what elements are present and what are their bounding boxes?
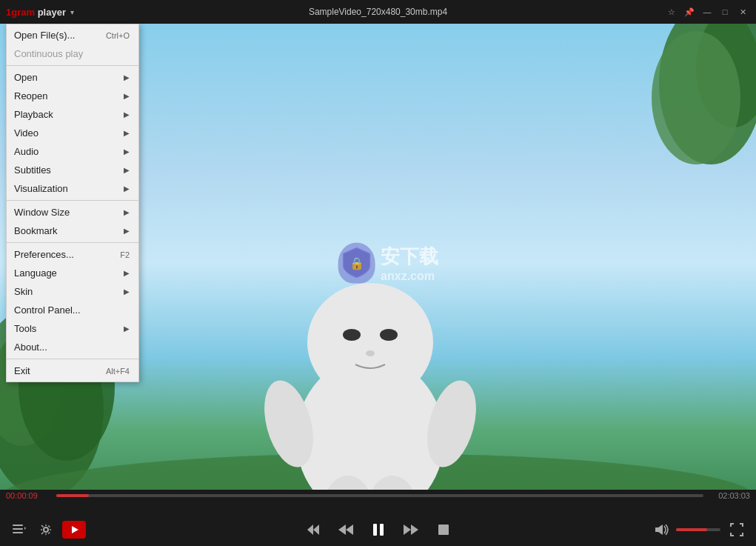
svg-point-9 bbox=[343, 329, 361, 341]
menu-item-control-panel[interactable]: Control Panel... bbox=[7, 301, 138, 319]
svg-marker-26 bbox=[346, 525, 353, 535]
minimize-btn[interactable]: — bbox=[700, 4, 715, 19]
menu-item-right-skin: ▶ bbox=[124, 287, 130, 296]
menu-item-window-size[interactable]: Window Size▶ bbox=[7, 203, 138, 222]
main-dropdown-menu: Open File(s)...Ctrl+OContinuous playOpen… bbox=[6, 24, 139, 382]
menu-item-label-preferences: Preferences... bbox=[14, 249, 74, 260]
menu-item-audio[interactable]: Audio▶ bbox=[7, 142, 138, 161]
menu-item-label-bookmark: Bookmark bbox=[14, 225, 58, 236]
logo-player: player bbox=[35, 7, 66, 18]
controls-bar bbox=[0, 513, 756, 546]
submenu-arrow-skin: ▶ bbox=[124, 287, 130, 296]
menu-item-label-visualization: Visualization bbox=[14, 183, 68, 194]
menu-item-open[interactable]: Open▶ bbox=[7, 68, 138, 87]
svg-rect-32 bbox=[438, 525, 449, 535]
pin-btn[interactable]: 📌 bbox=[682, 4, 697, 19]
submenu-arrow-language: ▶ bbox=[124, 269, 130, 277]
gear-icon bbox=[39, 523, 53, 536]
menu-item-right-subtitles: ▶ bbox=[124, 166, 130, 174]
svg-rect-18 bbox=[13, 528, 23, 530]
svg-marker-34 bbox=[658, 525, 663, 535]
menu-item-label-control-panel: Control Panel... bbox=[14, 304, 81, 316]
svg-marker-24 bbox=[307, 525, 313, 535]
menu-item-label-audio: Audio bbox=[14, 146, 39, 157]
menu-item-open-files[interactable]: Open File(s)...Ctrl+O bbox=[7, 26, 138, 44]
menu-item-about[interactable]: About... bbox=[7, 338, 138, 356]
time-current: 00:00:09 bbox=[6, 491, 50, 500]
menu-item-bookmark[interactable]: Bookmark▶ bbox=[7, 222, 138, 240]
svg-marker-30 bbox=[404, 525, 411, 535]
pause-btn[interactable] bbox=[368, 519, 389, 540]
close-btn[interactable]: ✕ bbox=[735, 4, 750, 19]
fullscreen-icon bbox=[730, 523, 743, 536]
submenu-arrow-video: ▶ bbox=[124, 129, 130, 137]
rewind-icon bbox=[338, 524, 353, 536]
menu-item-right-tools: ▶ bbox=[124, 324, 130, 333]
svg-rect-19 bbox=[13, 532, 23, 533]
app-logo[interactable]: 1gram player ▾ bbox=[6, 7, 74, 18]
stop-btn[interactable] bbox=[433, 519, 454, 540]
playlist-btn[interactable] bbox=[9, 519, 30, 540]
seekbar-track[interactable] bbox=[56, 494, 703, 497]
forward-btn[interactable] bbox=[401, 519, 421, 540]
menu-item-playback[interactable]: Playback▶ bbox=[7, 105, 138, 124]
menu-item-right-bookmark: ▶ bbox=[124, 227, 130, 235]
menu-dropdown-arrow[interactable]: ▾ bbox=[70, 8, 74, 16]
svg-point-5 bbox=[652, 31, 740, 164]
menu-item-right-visualization: ▶ bbox=[124, 184, 130, 193]
logo-text: 1gram player bbox=[6, 7, 66, 18]
submenu-arrow-visualization: ▶ bbox=[124, 184, 130, 193]
rewind-btn[interactable] bbox=[335, 519, 356, 540]
menu-item-right-preferences: F2 bbox=[120, 250, 130, 259]
title-bar-controls: ☆ 📌 — □ ✕ bbox=[664, 4, 750, 19]
menu-item-label-exit: Exit bbox=[14, 365, 30, 376]
svg-marker-25 bbox=[313, 525, 319, 535]
volume-track[interactable] bbox=[676, 528, 720, 531]
menu-item-reopen[interactable]: Reopen▶ bbox=[7, 87, 138, 105]
controls-right bbox=[652, 519, 747, 540]
svg-marker-20 bbox=[24, 527, 26, 530]
volume-btn[interactable] bbox=[652, 519, 673, 540]
volume-icon bbox=[655, 524, 670, 536]
menu-item-right-open: ▶ bbox=[124, 73, 130, 81]
svg-marker-27 bbox=[338, 525, 346, 535]
settings-btn[interactable] bbox=[36, 519, 56, 540]
youtube-btn[interactable] bbox=[62, 521, 86, 539]
volume-area bbox=[652, 519, 720, 540]
menu-item-label-tools: Tools bbox=[14, 323, 36, 334]
menu-shortcut-preferences: F2 bbox=[120, 250, 130, 259]
menu-item-skin[interactable]: Skin▶ bbox=[7, 282, 138, 301]
menu-item-visualization[interactable]: Visualization▶ bbox=[7, 179, 138, 198]
svg-point-10 bbox=[380, 329, 398, 341]
svg-marker-33 bbox=[655, 527, 658, 532]
submenu-arrow-subtitles: ▶ bbox=[124, 166, 130, 174]
pause-icon bbox=[371, 522, 386, 537]
menu-item-tools[interactable]: Tools▶ bbox=[7, 319, 138, 338]
menu-item-video[interactable]: Video▶ bbox=[7, 124, 138, 142]
menu-item-subtitles[interactable]: Subtitles▶ bbox=[7, 161, 138, 179]
menu-item-label-skin: Skin bbox=[14, 286, 33, 297]
submenu-arrow-audio: ▶ bbox=[124, 147, 130, 156]
menu-item-label-about: About... bbox=[14, 342, 47, 353]
svg-point-21 bbox=[44, 527, 48, 532]
svg-rect-17 bbox=[13, 525, 23, 526]
menu-item-label-video: Video bbox=[14, 127, 39, 139]
seekbar-progress bbox=[56, 494, 89, 497]
menu-item-right-video: ▶ bbox=[124, 129, 130, 137]
favorite-btn[interactable]: ☆ bbox=[664, 4, 679, 19]
menu-item-label-open-files: Open File(s)... bbox=[14, 30, 75, 41]
menu-item-label-subtitles: Subtitles bbox=[14, 164, 51, 176]
skip-back-btn[interactable] bbox=[303, 519, 324, 540]
volume-progress bbox=[676, 528, 707, 531]
menu-item-exit[interactable]: ExitAlt+F4 bbox=[7, 362, 138, 380]
youtube-icon bbox=[65, 523, 83, 536]
fullscreen-btn[interactable] bbox=[726, 519, 747, 540]
menu-item-language[interactable]: Language▶ bbox=[7, 264, 138, 282]
maximize-btn[interactable]: □ bbox=[717, 4, 732, 19]
menu-item-label-playback: Playback bbox=[14, 109, 53, 120]
submenu-arrow-tools: ▶ bbox=[124, 324, 130, 333]
seekbar-area[interactable]: 00:00:09 02:03:03 bbox=[0, 490, 756, 502]
menu-item-label-window-size: Window Size bbox=[14, 207, 70, 218]
menu-item-right-window-size: ▶ bbox=[124, 208, 130, 216]
menu-item-preferences[interactable]: Preferences...F2 bbox=[7, 245, 138, 264]
